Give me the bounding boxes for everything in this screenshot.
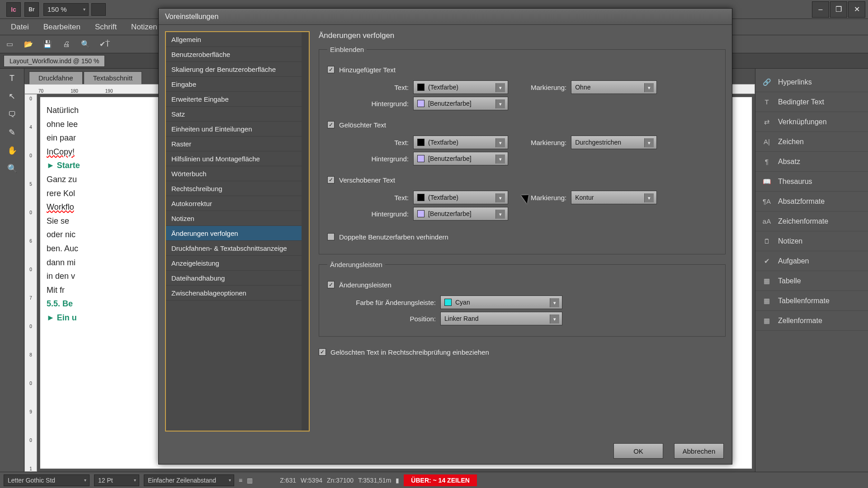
added-text-color-label: Text: bbox=[354, 84, 409, 91]
pref-category-item[interactable]: Satz bbox=[166, 107, 309, 122]
change-bar-color-label: Farbe für Änderungsleiste: bbox=[336, 299, 436, 306]
einblenden-group: Einblenden Hinzugefügter Text Text: (Tex… bbox=[319, 46, 726, 254]
pref-category-item[interactable]: Änderungen verfolgen bbox=[166, 226, 309, 241]
change-bars-group: Änderungsleisten Änderungsleisten Farbe … bbox=[319, 261, 726, 337]
deleted-marking-label: Markierung: bbox=[531, 139, 566, 146]
moved-text-color-label: Text: bbox=[354, 194, 409, 202]
moved-marking-dropdown[interactable]: Kontur bbox=[571, 191, 657, 204]
include-deleted-spellcheck-checkbox[interactable] bbox=[319, 348, 326, 356]
preferences-category-list: AllgemeinBenutzeroberflächeSkalierung de… bbox=[165, 31, 310, 432]
include-deleted-spellcheck-label: Gelöschten Text in Rechtschreibprüfung e… bbox=[330, 348, 489, 356]
dialog-title: Voreinstellungen bbox=[159, 9, 732, 25]
scrollbar[interactable] bbox=[302, 32, 309, 431]
ok-button[interactable]: OK bbox=[613, 443, 663, 459]
pref-category-item[interactable]: Raster bbox=[166, 136, 309, 151]
pref-category-item[interactable]: Einheiten und Einteilungen bbox=[166, 122, 309, 136]
change-bars-legend: Änderungsleisten bbox=[327, 261, 385, 268]
pref-category-item[interactable]: Anzeigeleistung bbox=[166, 256, 309, 271]
pref-category-item[interactable]: Hilfslinien und Montagefläche bbox=[166, 151, 309, 166]
panel-heading: Änderungen verfolgen bbox=[319, 31, 726, 40]
prevent-dup-colors-checkbox[interactable] bbox=[327, 233, 335, 240]
cancel-button[interactable]: Abbrechen bbox=[674, 443, 724, 459]
deleted-text-checkbox[interactable] bbox=[327, 121, 335, 128]
pref-category-item[interactable]: Rechtschreibung bbox=[166, 181, 309, 196]
deleted-text-color-label: Text: bbox=[354, 139, 409, 146]
pref-category-item[interactable]: Eingabe bbox=[166, 77, 309, 92]
pref-category-item[interactable]: Erweiterte Eingabe bbox=[166, 92, 309, 107]
deleted-marking-dropdown[interactable]: Durchgestrichen bbox=[571, 136, 657, 149]
pref-category-item[interactable]: Druckfahnen- & Textabschnittsanzeige bbox=[166, 241, 309, 256]
change-bars-label: Änderungsleisten bbox=[339, 281, 392, 289]
change-bar-position-dropdown[interactable]: Linker Rand bbox=[440, 312, 562, 325]
moved-text-color-dropdown[interactable]: (Textfarbe) bbox=[413, 191, 508, 204]
moved-bg-dropdown[interactable]: [Benutzerfarbe] bbox=[413, 207, 508, 221]
added-marking-dropdown[interactable]: Ohne bbox=[571, 80, 657, 94]
pref-category-item[interactable]: Autokorrektur bbox=[166, 196, 309, 211]
mouse-cursor-icon bbox=[524, 192, 532, 203]
deleted-bg-dropdown[interactable]: [Benutzerfarbe] bbox=[413, 152, 508, 165]
added-text-checkbox[interactable] bbox=[327, 66, 335, 73]
pref-category-item[interactable]: Notizen bbox=[166, 211, 309, 226]
change-bar-position-label: Position: bbox=[336, 315, 436, 323]
moved-bg-label: Hintergrund: bbox=[354, 210, 409, 218]
added-bg-label: Hintergrund: bbox=[354, 100, 409, 108]
change-bars-checkbox[interactable] bbox=[327, 281, 335, 288]
moved-marking-label: Markierung: bbox=[531, 194, 566, 202]
added-bg-dropdown[interactable]: [Benutzerfarbe] bbox=[413, 97, 508, 110]
pref-category-item[interactable]: Wörterbuch bbox=[166, 166, 309, 181]
moved-text-label: Verschobener Text bbox=[339, 176, 395, 184]
moved-text-checkbox[interactable] bbox=[327, 176, 335, 183]
pref-category-item[interactable]: Zwischenablageoptionen bbox=[166, 286, 309, 300]
added-marking-label: Markierung: bbox=[531, 84, 566, 91]
pref-category-item[interactable]: Allgemein bbox=[166, 32, 309, 47]
change-bar-color-dropdown[interactable]: Cyan bbox=[440, 296, 562, 309]
pref-category-item[interactable]: Skalierung der Benutzeroberfläche bbox=[166, 62, 309, 77]
deleted-text-label: Gelöschter Text bbox=[339, 121, 386, 129]
einblenden-legend: Einblenden bbox=[327, 46, 367, 53]
added-text-label: Hinzugefügter Text bbox=[339, 66, 396, 74]
deleted-bg-label: Hintergrund: bbox=[354, 155, 409, 163]
prevent-dup-colors-label: Doppelte Benutzerfarben verhindern bbox=[339, 233, 448, 241]
pref-category-item[interactable]: Dateihandhabung bbox=[166, 271, 309, 286]
preferences-dialog: Voreinstellungen AllgemeinBenutzeroberfl… bbox=[158, 8, 732, 465]
deleted-text-color-dropdown[interactable]: (Textfarbe) bbox=[413, 136, 508, 149]
added-text-color-dropdown[interactable]: (Textfarbe) bbox=[413, 80, 508, 94]
pref-category-item[interactable]: Benutzeroberfläche bbox=[166, 47, 309, 62]
